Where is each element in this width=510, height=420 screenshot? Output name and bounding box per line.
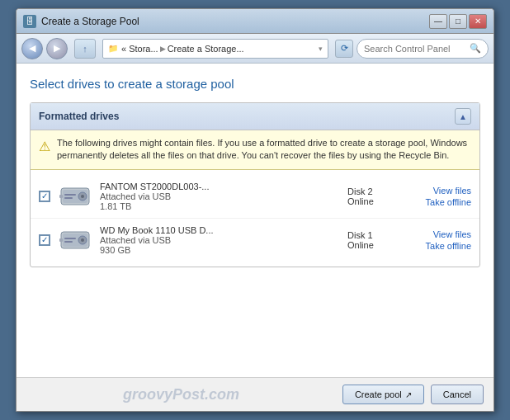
warning-text: The following drives might contain files…: [57, 137, 471, 163]
drive1-icon: [59, 183, 92, 210]
create-pool-label: Create pool: [355, 389, 402, 399]
drive1-view-files-link[interactable]: View files: [433, 186, 471, 196]
drive1-attached: Attached via USB: [100, 191, 339, 201]
window-icon: 🗄: [23, 15, 36, 28]
cancel-button[interactable]: Cancel: [431, 385, 484, 404]
drive2-meta: Disk 1 Online: [347, 230, 397, 250]
breadcrumb-part2: Create a Storage...: [168, 44, 244, 54]
folder-icon: 📁: [108, 44, 118, 53]
drive1-checkbox[interactable]: [39, 191, 50, 202]
forward-button[interactable]: ▶: [46, 38, 68, 59]
watermark-text: groovyPost.com: [26, 386, 336, 403]
svg-rect-5: [64, 197, 73, 199]
breadcrumb: « Stora... ▶ Create a Storage...: [121, 44, 244, 54]
search-icon: 🔍: [470, 43, 481, 54]
drive2-attached: Attached via USB: [100, 235, 339, 245]
cancel-label: Cancel: [443, 389, 471, 399]
svg-rect-6: [59, 195, 63, 198]
svg-point-10: [81, 238, 84, 242]
drive2-disk-label: Disk 1: [347, 230, 397, 240]
title-bar-left: 🗄 Create a Storage Pool: [23, 15, 139, 28]
title-bar: 🗄 Create a Storage Pool — □ ✕: [17, 9, 493, 34]
drive2-status: Online: [347, 240, 397, 250]
drive1-take-offline-link[interactable]: Take offline: [426, 197, 471, 207]
address-dropdown-icon[interactable]: ▾: [319, 45, 323, 53]
drive2-info: WD My Book 1110 USB D... Attached via US…: [100, 225, 339, 255]
hdd-svg-2: [59, 229, 91, 252]
breadcrumb-sep1: ▶: [160, 45, 166, 53]
drive1-disk-label: Disk 2: [347, 186, 397, 196]
address-bar[interactable]: 📁 « Stora... ▶ Create a Storage... ▾: [102, 39, 328, 59]
toolbar: ◀ ▶ ↑ 📁 « Stora... ▶ Create a Storage...…: [17, 34, 493, 64]
svg-rect-4: [64, 194, 76, 196]
drive2-icon: [59, 227, 92, 253]
window-title: Create a Storage Pool: [41, 16, 139, 27]
drive1-actions: View files Take offline: [405, 186, 471, 207]
drive1-size: 1.81 TB: [100, 201, 339, 211]
main-window: 🗄 Create a Storage Pool — □ ✕ ◀ ▶ ↑ 📁 « …: [16, 8, 494, 412]
warning-banner: ⚠ The following drives might contain fil…: [31, 130, 479, 170]
search-box[interactable]: 🔍: [357, 39, 489, 59]
refresh-button[interactable]: ⟳: [335, 40, 353, 58]
drive1-meta: Disk 2 Online: [347, 186, 397, 206]
section-header: Formatted drives ▲: [31, 103, 479, 130]
footer: groovyPost.com Create pool ↗ Cancel: [17, 377, 493, 411]
restore-button[interactable]: □: [449, 14, 467, 29]
warning-icon: ⚠: [39, 138, 50, 163]
drive2-checkbox[interactable]: [39, 234, 50, 246]
close-button[interactable]: ✕: [469, 14, 487, 29]
svg-point-3: [81, 195, 84, 198]
section-title: Formatted drives: [39, 111, 119, 122]
page-title: Select drives to create a storage pool: [30, 77, 480, 91]
drive-list: FANTOM ST2000DL003-... Attached via USB …: [31, 170, 479, 267]
drive1-info: FANTOM ST2000DL003-... Attached via USB …: [100, 182, 339, 211]
collapse-button[interactable]: ▲: [455, 108, 471, 125]
breadcrumb-part1: « Stora...: [121, 44, 158, 54]
drive2-name: WD My Book 1110 USB D...: [100, 225, 339, 235]
cursor-icon: ↗: [405, 390, 412, 399]
search-input[interactable]: [364, 44, 466, 54]
formatted-drives-section: Formatted drives ▲ ⚠ The following drive…: [30, 102, 480, 267]
back-button[interactable]: ◀: [21, 38, 43, 59]
svg-rect-11: [64, 238, 76, 239]
drive1-status: Online: [347, 196, 397, 206]
drive2-actions: View files Take offline: [405, 229, 471, 251]
create-pool-button[interactable]: Create pool ↗: [342, 385, 424, 404]
table-row: FANTOM ST2000DL003-... Attached via USB …: [31, 175, 479, 219]
svg-rect-13: [59, 238, 63, 242]
table-row: WD My Book 1110 USB D... Attached via US…: [31, 219, 479, 262]
content-area: Select drives to create a storage pool F…: [17, 64, 493, 377]
svg-rect-12: [64, 241, 73, 243]
drive2-view-files-link[interactable]: View files: [433, 229, 471, 239]
drive1-name: FANTOM ST2000DL003-...: [100, 182, 339, 191]
drive2-take-offline-link[interactable]: Take offline: [426, 241, 471, 251]
up-button[interactable]: ↑: [74, 39, 96, 59]
minimize-button[interactable]: —: [429, 14, 447, 29]
drive2-size: 930 GB: [100, 245, 339, 255]
title-buttons: — □ ✕: [429, 14, 487, 29]
hdd-svg: [59, 185, 91, 208]
